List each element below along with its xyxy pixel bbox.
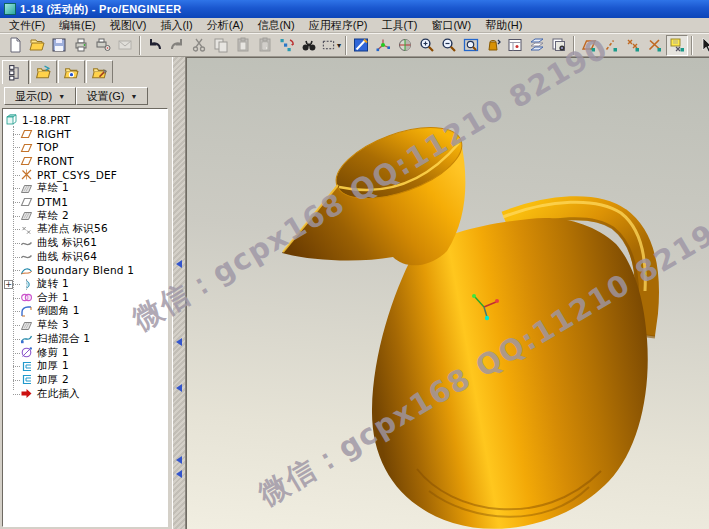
title-bar[interactable]: 1-18 (活动的) - Pro/ENGINEER bbox=[0, 0, 709, 18]
navigator-tabs bbox=[2, 60, 113, 84]
panel-splitter[interactable] bbox=[172, 57, 186, 529]
splitter-collapse-icon[interactable] bbox=[176, 384, 182, 392]
tree-item[interactable]: 曲线 标识61 bbox=[3, 236, 167, 250]
regenerate-button[interactable] bbox=[276, 35, 298, 56]
model-viewport[interactable] bbox=[186, 57, 709, 529]
zoom-in-button[interactable] bbox=[416, 35, 438, 56]
tree-item-label: 1-18.PRT bbox=[22, 114, 70, 126]
menu-item[interactable]: 信息(N) bbox=[250, 18, 301, 33]
redraw-button[interactable] bbox=[350, 35, 372, 56]
reorient-button[interactable] bbox=[394, 35, 416, 56]
redo-button[interactable] bbox=[166, 35, 188, 56]
find-button[interactable] bbox=[298, 35, 320, 56]
tree-item-label: RIGHT bbox=[37, 128, 71, 140]
selection-filter-button[interactable]: ▾ bbox=[320, 35, 342, 56]
tree-item[interactable]: 草绘 1 bbox=[3, 181, 167, 195]
tree-item[interactable]: 合并 1 bbox=[3, 291, 167, 305]
settings-button[interactable]: 设置(G) ▼ bbox=[76, 87, 148, 105]
tree-item[interactable]: Boundary Blend 1 bbox=[3, 264, 167, 278]
sketch-icon bbox=[20, 182, 33, 195]
tree-item[interactable]: 1-18.PRT bbox=[3, 113, 167, 127]
new-file-button[interactable] bbox=[4, 35, 26, 56]
select-box-icon bbox=[321, 37, 336, 53]
toolbar-separator bbox=[573, 36, 575, 55]
toolbar-separator bbox=[345, 36, 347, 55]
nav-tab-folder-browser[interactable] bbox=[30, 60, 57, 83]
nav-tab-connections[interactable] bbox=[86, 60, 113, 83]
orient-mode-button[interactable] bbox=[482, 35, 504, 56]
pitcher-model[interactable] bbox=[282, 113, 655, 529]
toggle-annotations-button[interactable] bbox=[666, 35, 688, 56]
menu-item[interactable]: 插入(I) bbox=[153, 18, 199, 33]
save-icon bbox=[51, 37, 67, 53]
toggle-spin-center-button[interactable] bbox=[372, 35, 394, 56]
menu-item[interactable]: 工具(T) bbox=[374, 18, 424, 33]
menu-item[interactable]: 分析(A) bbox=[200, 18, 251, 33]
splitter-collapse-icon[interactable] bbox=[176, 470, 182, 478]
menu-item[interactable]: 帮助(H) bbox=[478, 18, 529, 33]
splitter-collapse-icon[interactable] bbox=[176, 456, 182, 464]
paste-special-button[interactable] bbox=[254, 35, 276, 56]
copy-button[interactable] bbox=[210, 35, 232, 56]
splitter-collapse-icon[interactable] bbox=[176, 338, 182, 346]
tree-item[interactable]: 在此插入 bbox=[3, 387, 167, 401]
tree-item[interactable]: PRT_CSYS_DEF bbox=[3, 168, 167, 182]
select-button[interactable] bbox=[696, 35, 709, 56]
main-toolbar: ▾ bbox=[0, 33, 709, 57]
tree-item[interactable]: 加厚 1 bbox=[3, 359, 167, 373]
save-button[interactable] bbox=[48, 35, 70, 56]
tree-item[interactable]: 修剪 1 bbox=[3, 346, 167, 360]
print-setup-button[interactable] bbox=[92, 35, 114, 56]
viewport-canvas[interactable] bbox=[187, 58, 709, 529]
datum-csys-icon bbox=[647, 37, 663, 53]
paste-button[interactable] bbox=[232, 35, 254, 56]
tree-item[interactable]: 扫描混合 1 bbox=[3, 332, 167, 346]
send-mail-button[interactable] bbox=[114, 35, 136, 56]
refit-button[interactable] bbox=[460, 35, 482, 56]
zoom-out-button[interactable] bbox=[438, 35, 460, 56]
expand-toggle[interactable]: + bbox=[4, 280, 13, 289]
toggle-datum-points-button[interactable] bbox=[622, 35, 644, 56]
tree-item[interactable]: 曲线 标识64 bbox=[3, 250, 167, 264]
show-button[interactable]: 显示(D) ▼ bbox=[4, 87, 76, 105]
menu-item[interactable]: 视图(V) bbox=[103, 18, 154, 33]
curve-icon bbox=[20, 250, 33, 263]
menu-item[interactable]: 文件(F) bbox=[2, 18, 52, 33]
open-file-button[interactable] bbox=[26, 35, 48, 56]
tree-item[interactable]: RIGHT bbox=[3, 127, 167, 141]
tree-item[interactable]: 草绘 3 bbox=[3, 318, 167, 332]
layers-button[interactable] bbox=[526, 35, 548, 56]
tree-item[interactable]: 草绘 2 bbox=[3, 209, 167, 223]
model-tree-icon bbox=[7, 64, 24, 81]
tree-item[interactable]: 基准点 标识56 bbox=[3, 223, 167, 237]
view-manager-button[interactable] bbox=[548, 35, 570, 56]
app-icon bbox=[4, 3, 16, 15]
tree-toolbar: 显示(D) ▼ 设置(G) ▼ bbox=[4, 87, 148, 105]
undo-button[interactable] bbox=[144, 35, 166, 56]
cut-button[interactable] bbox=[188, 35, 210, 56]
tree-item[interactable]: 倒圆角 1 bbox=[3, 305, 167, 319]
print-button[interactable] bbox=[70, 35, 92, 56]
round-icon bbox=[20, 305, 33, 318]
toggle-csys-button[interactable] bbox=[644, 35, 666, 56]
paste-icon bbox=[235, 37, 251, 53]
tree-item[interactable]: 加厚 2 bbox=[3, 373, 167, 387]
tree-item-label: 曲线 标识64 bbox=[37, 250, 97, 264]
refit-icon bbox=[463, 37, 479, 53]
menu-item[interactable]: 应用程序(P) bbox=[302, 18, 375, 33]
menu-item[interactable]: 窗口(W) bbox=[424, 18, 478, 33]
nav-tab-model-tree[interactable] bbox=[2, 60, 29, 84]
tree-item[interactable]: +旋转 1 bbox=[3, 277, 167, 291]
splitter-collapse-icon[interactable] bbox=[176, 260, 182, 268]
regenerate-icon bbox=[279, 37, 295, 53]
saved-view-list-button[interactable] bbox=[504, 35, 526, 56]
nav-tab-favorites[interactable] bbox=[58, 60, 85, 83]
triad-x-axis bbox=[495, 299, 499, 303]
tree-item[interactable]: FRONT bbox=[3, 154, 167, 168]
toggle-datum-planes-button[interactable] bbox=[578, 35, 600, 56]
tree-item[interactable]: DTM1 bbox=[3, 195, 167, 209]
tree-item[interactable]: TOP bbox=[3, 140, 167, 154]
menu-item[interactable]: 编辑(E) bbox=[52, 18, 103, 33]
toggle-datum-axes-button[interactable] bbox=[600, 35, 622, 56]
model-tree[interactable]: 1-18.PRTRIGHTTOPFRONTPRT_CSYS_DEF草绘 1DTM… bbox=[2, 108, 168, 527]
